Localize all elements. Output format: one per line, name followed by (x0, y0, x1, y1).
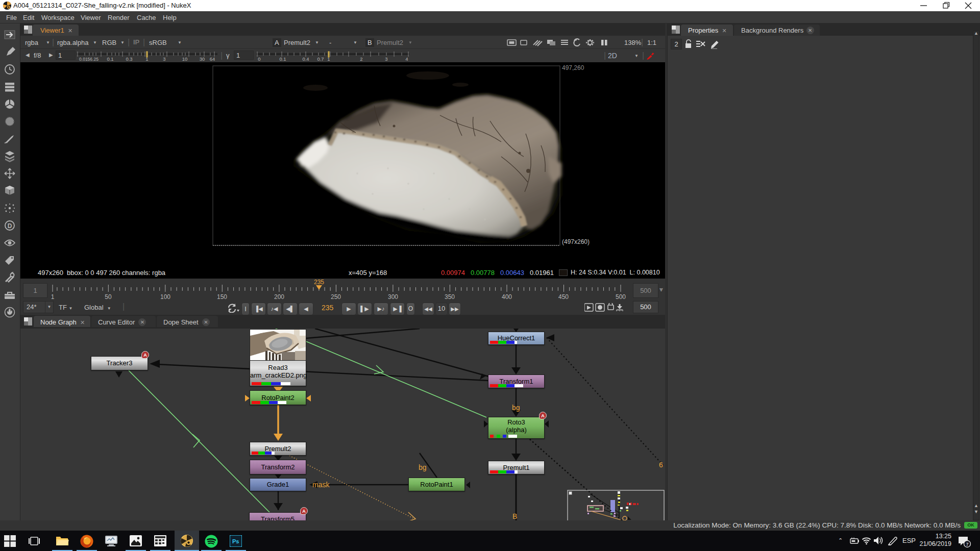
svg-text:50: 50 (105, 293, 112, 300)
svg-text:(497x260): (497x260) (562, 238, 590, 245)
svg-text:0.1: 0.1 (279, 56, 286, 61)
svg-text:7: 7 (966, 542, 968, 547)
svg-text:4: 4 (405, 56, 408, 61)
svg-text:Ps: Ps (232, 538, 239, 544)
svg-text:1: 1 (51, 293, 55, 300)
svg-text:0.7: 0.7 (317, 56, 324, 61)
svg-text:0.0156.25: 0.0156.25 (79, 57, 99, 61)
svg-text:3: 3 (385, 56, 387, 61)
svg-text:0.1: 0.1 (107, 56, 113, 61)
svg-text:500: 500 (616, 293, 626, 300)
svg-text:D: D (8, 222, 12, 230)
svg-text:497,260: 497,260 (562, 64, 584, 71)
svg-text:300: 300 (388, 293, 398, 300)
svg-text:10: 10 (182, 56, 188, 61)
svg-text:30: 30 (200, 56, 205, 61)
svg-text:250: 250 (331, 293, 341, 300)
svg-text:0: 0 (258, 56, 260, 61)
svg-text:235: 235 (314, 279, 324, 286)
svg-text:200: 200 (274, 293, 284, 300)
svg-text:150: 150 (217, 293, 227, 300)
svg-text:100: 100 (160, 293, 170, 300)
svg-text:400: 400 (502, 293, 512, 300)
svg-text:2: 2 (360, 56, 362, 61)
svg-text:350: 350 (445, 293, 455, 300)
svg-text:450: 450 (558, 293, 569, 300)
svg-text:3: 3 (163, 56, 165, 61)
svg-text:0.4: 0.4 (302, 56, 309, 61)
svg-text:0.3: 0.3 (126, 56, 132, 61)
svg-text:1: 1 (145, 56, 148, 61)
svg-text:64: 64 (210, 56, 215, 61)
svg-text:1: 1 (327, 56, 330, 61)
